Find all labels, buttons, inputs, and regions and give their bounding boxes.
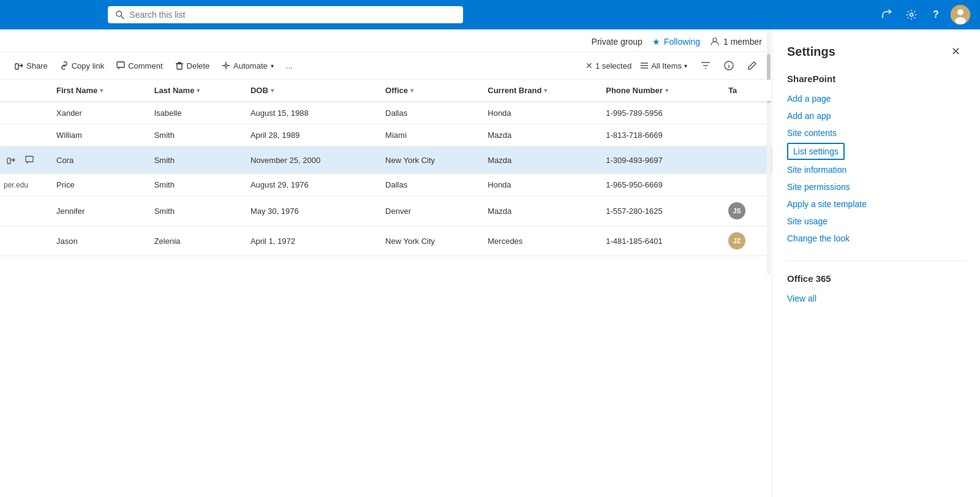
svg-point-0 <box>116 11 122 17</box>
toolbar: Share Copy link Comment <box>0 52 772 80</box>
star-icon: ★ <box>652 37 660 47</box>
share-label: Share <box>26 61 48 70</box>
settings-link-apply-site-template[interactable]: Apply a site template <box>787 197 965 211</box>
comment-label: Comment <box>128 61 162 70</box>
settings-link-site-usage[interactable]: Site usage <box>787 214 965 229</box>
col-office-header[interactable]: Office ▾ <box>378 80 480 102</box>
copy-link-button[interactable]: Copy link <box>55 58 109 74</box>
settings-link-change-look[interactable]: Change the look <box>787 231 965 246</box>
table-row[interactable]: Cora Smith November 25, 2000 New York Ci… <box>0 146 772 174</box>
help-icon[interactable]: ? <box>926 5 946 25</box>
member-count-label: 1 member <box>723 37 762 47</box>
share-row-icon[interactable] <box>4 153 18 167</box>
table-row[interactable]: William Smith April 28, 1989 Miami Mazda… <box>0 124 772 146</box>
table-row[interactable]: Jason Zelenia April 1, 1972 New York Cit… <box>0 226 772 256</box>
settings-link-site-permissions[interactable]: Site permissions <box>787 180 965 194</box>
avatar[interactable] <box>951 5 970 25</box>
following-group[interactable]: ★ Following <box>652 37 700 47</box>
user-avatar: JS <box>728 202 745 219</box>
cell-last-name: Smith <box>147 196 243 226</box>
user-avatar: JZ <box>728 232 745 249</box>
settings-link-site-information[interactable]: Site information <box>787 162 965 177</box>
office365-section: Office 365 View all <box>787 273 965 308</box>
cell-first-name: Jennifer <box>49 196 147 226</box>
cell-office: Denver <box>378 196 480 226</box>
svg-point-10 <box>225 64 227 67</box>
cell-brand: Mazda <box>480 124 598 146</box>
col-first-name-header[interactable]: First Name ▾ <box>49 80 147 102</box>
delete-button[interactable]: Delete <box>170 58 215 74</box>
cell-brand: Mazda <box>480 196 598 226</box>
selected-badge: ✕ 1 selected <box>586 61 631 70</box>
table-row[interactable]: Xander Isabelle August 15, 1988 Dallas H… <box>0 102 772 124</box>
comment-row-icon[interactable] <box>22 153 37 167</box>
more-label: ... <box>286 61 293 70</box>
row-partial-cell: per.edu <box>0 174 49 196</box>
sort-icon-dob: ▾ <box>271 87 274 94</box>
cell-last-name: Smith <box>147 124 243 146</box>
settings-link-list-settings[interactable]: List settings <box>787 143 845 160</box>
svg-line-1 <box>121 16 124 19</box>
close-settings-button[interactable]: ✕ <box>946 42 965 61</box>
col-last-name-header[interactable]: Last Name ▾ <box>147 80 243 102</box>
row-partial-cell <box>0 124 49 146</box>
settings-links: Add a pageAdd an appSite contentsList se… <box>787 91 965 246</box>
col-brand-header[interactable]: Current Brand ▾ <box>480 80 598 102</box>
settings-divider <box>787 260 965 261</box>
more-button[interactable]: ... <box>281 58 298 74</box>
col-dob-header[interactable]: DOB ▾ <box>243 80 378 102</box>
table-row[interactable]: per.edu Price Smith August 29, 1976 Dall… <box>0 174 772 196</box>
settings-gear-icon[interactable] <box>902 5 921 25</box>
cell-last-name: Zelenia <box>147 226 243 256</box>
view-all-link[interactable]: View all <box>787 291 965 306</box>
cell-office: New York City <box>378 226 480 256</box>
filter-button[interactable] <box>696 56 715 75</box>
col-ta-header[interactable]: Ta <box>721 80 772 102</box>
all-items-button[interactable]: All Items ▾ <box>635 59 692 73</box>
delete-icon <box>175 61 184 70</box>
col-phone-header[interactable]: Phone Number ▾ <box>598 80 721 102</box>
svg-rect-16 <box>26 156 33 162</box>
row-partial-cell <box>0 196 49 226</box>
share-button[interactable]: Share <box>10 58 53 74</box>
sort-icon-firstname: ▾ <box>100 87 103 94</box>
delete-label: Delete <box>187 61 210 70</box>
filter-icon <box>701 61 710 70</box>
row-partial-cell <box>0 146 49 174</box>
cell-last-name: Smith <box>147 174 243 196</box>
settings-link-add-app[interactable]: Add an app <box>787 108 965 123</box>
cell-brand: Mazda <box>480 146 598 174</box>
cell-ta <box>721 124 772 146</box>
automate-icon <box>222 61 230 70</box>
cell-first-name: Price <box>49 174 147 196</box>
following-label: Following <box>664 37 700 47</box>
sort-icon-office: ▾ <box>410 87 413 94</box>
comment-button[interactable]: Comment <box>111 58 167 74</box>
top-bar: ? <box>0 0 980 29</box>
settings-header: Settings ✕ <box>787 42 965 61</box>
sort-icon-lastname: ▾ <box>197 87 200 94</box>
cell-dob: August 29, 1976 <box>243 174 378 196</box>
copy-link-label: Copy link <box>72 61 104 70</box>
settings-link-add-page[interactable]: Add a page <box>787 91 965 106</box>
search-box[interactable] <box>108 6 463 23</box>
cell-dob: April 1, 1972 <box>243 226 378 256</box>
automate-button[interactable]: Automate ▾ <box>217 58 279 74</box>
info-button[interactable] <box>719 56 739 75</box>
settings-link-site-contents[interactable]: Site contents <box>787 126 965 140</box>
cell-dob: April 28, 1989 <box>243 124 378 146</box>
svg-rect-9 <box>177 64 182 69</box>
comment-icon <box>116 61 125 70</box>
table-row[interactable]: Jennifer Smith May 30, 1976 Denver Mazda… <box>0 196 772 226</box>
sharepoint-section: SharePoint Add a pageAdd an appSite cont… <box>787 74 965 248</box>
edit-button[interactable] <box>742 56 762 75</box>
cell-brand: Honda <box>480 102 598 124</box>
cell-dob: November 25, 2000 <box>243 146 378 174</box>
top-bar-right: ? <box>877 5 970 25</box>
cell-brand: Honda <box>480 174 598 196</box>
reply-icon[interactable] <box>877 5 897 25</box>
search-input[interactable] <box>129 10 456 20</box>
clear-selection-icon[interactable]: ✕ <box>586 61 593 70</box>
cell-phone: 1-995-789-5956 <box>598 102 721 124</box>
cell-ta: JS <box>721 196 772 226</box>
